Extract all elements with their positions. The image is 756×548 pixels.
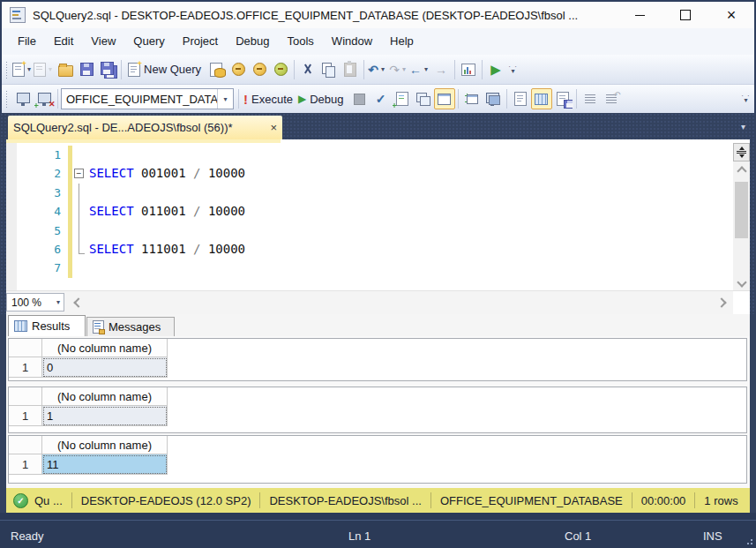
- scroll-down-icon[interactable]: [737, 277, 746, 287]
- code-line-3[interactable]: 3: [17, 184, 733, 202]
- column-header[interactable]: (No column name): [42, 436, 168, 454]
- separator: [294, 60, 295, 79]
- toolbar-overflow-button[interactable]: · · ▾: [739, 88, 752, 109]
- new-query-button[interactable]: New Query: [124, 59, 206, 80]
- cut-button[interactable]: [297, 59, 318, 80]
- toolbar-grip[interactable]: [5, 61, 8, 79]
- activity-monitor-button[interactable]: [458, 59, 479, 80]
- toolbar-grip[interactable]: [5, 90, 8, 108]
- scroll-right-icon[interactable]: [716, 297, 726, 307]
- row-header[interactable]: 1: [9, 454, 42, 475]
- row-header-corner[interactable]: [9, 436, 42, 454]
- save-all-button[interactable]: [97, 59, 118, 80]
- scrollbar-thumb[interactable]: [735, 182, 748, 238]
- menu-item-edit[interactable]: Edit: [45, 28, 82, 55]
- menu-item-view[interactable]: View: [82, 28, 124, 55]
- row-header[interactable]: 1: [9, 406, 42, 426]
- copy-button[interactable]: [318, 59, 340, 80]
- results-to-file-button[interactable]: [552, 88, 573, 109]
- mdx-query-button[interactable]: [228, 59, 249, 80]
- menu-item-window[interactable]: Window: [323, 28, 381, 55]
- code-line-6[interactable]: 6SELECT 111001 / 10000: [17, 240, 733, 259]
- save-button[interactable]: [76, 59, 97, 80]
- row-header-corner[interactable]: [9, 387, 42, 406]
- new-connection-button[interactable]: ▾: [12, 59, 34, 80]
- scroll-up-icon[interactable]: [737, 166, 746, 176]
- collapse-region-icon[interactable]: −: [74, 169, 84, 178]
- outlining-margin[interactable]: −: [72, 164, 86, 183]
- navigate-backward-button[interactable]: ← ▾: [409, 59, 430, 80]
- row-header[interactable]: 1: [9, 357, 42, 378]
- template-parameters-button[interactable]: [461, 88, 483, 109]
- zoom-control[interactable]: 100 % ▾: [6, 293, 64, 312]
- paste-button-disabled[interactable]: [340, 59, 361, 80]
- menu-item-project[interactable]: Project: [174, 28, 227, 55]
- minimize-button[interactable]: [617, 2, 662, 28]
- start-button[interactable]: ▶: [485, 59, 506, 80]
- tab-messages[interactable]: Messages: [86, 317, 175, 336]
- code-editor[interactable]: 12−SELECT 001001 / 1000034SELECT 011001 …: [6, 139, 750, 314]
- xmla-query-button[interactable]: [270, 59, 291, 80]
- menu-item-tools[interactable]: Tools: [279, 28, 323, 55]
- close-button[interactable]: ×: [708, 2, 754, 28]
- result-cell[interactable]: 1: [42, 406, 168, 426]
- column-header[interactable]: (No column name): [42, 339, 168, 357]
- resize-grip[interactable]: [745, 537, 753, 545]
- results-to-text-button[interactable]: [510, 88, 531, 109]
- code-text[interactable]: SELECT 111001 / 10000: [86, 240, 245, 259]
- code-text[interactable]: SELECT 011001 / 10000: [86, 202, 245, 221]
- menu-item-help[interactable]: Help: [381, 28, 423, 55]
- add-item-button-disabled[interactable]: ▾: [34, 59, 55, 80]
- result-cell[interactable]: 0: [42, 357, 168, 378]
- template-parameters-icon: [465, 93, 478, 105]
- code-text[interactable]: [86, 259, 89, 277]
- intellisense-toggle-button[interactable]: [434, 88, 455, 109]
- execute-button[interactable]: ! Execute: [243, 88, 298, 109]
- tab-results[interactable]: Results: [8, 315, 86, 336]
- status-column-number: Col 1: [565, 529, 591, 543]
- available-databases-combo[interactable]: OFFICE_EQUIPMENT_DATAE ▾: [61, 88, 234, 109]
- column-header[interactable]: (No column name): [42, 387, 168, 406]
- open-file-button[interactable]: [55, 59, 76, 80]
- parse-button[interactable]: ✓: [371, 88, 392, 109]
- code-text[interactable]: [86, 184, 89, 202]
- splitter-handle[interactable]: [733, 143, 750, 161]
- code-line-7[interactable]: 7: [17, 259, 733, 277]
- navigate-forward-button-disabled[interactable]: →: [430, 59, 452, 80]
- menu-item-file[interactable]: File: [9, 28, 45, 55]
- debug-button[interactable]: ▶ Debug: [298, 88, 349, 109]
- result-cell[interactable]: 11: [42, 454, 168, 475]
- query-options-button[interactable]: [413, 88, 434, 109]
- redo-button-disabled[interactable]: ↷ ▾: [388, 59, 409, 80]
- change-connection-button[interactable]: ✕: [34, 88, 55, 109]
- uncomment-lines-button[interactable]: ↶: [601, 88, 622, 109]
- code-text[interactable]: [86, 146, 89, 164]
- code-line-4[interactable]: 4SELECT 011001 / 10000: [17, 202, 733, 221]
- maximize-button[interactable]: [662, 2, 708, 28]
- menu-item-query[interactable]: Query: [124, 28, 173, 55]
- comment-lines-button[interactable]: [580, 88, 601, 109]
- toolbar-overflow-button[interactable]: · · ▾: [506, 59, 520, 80]
- vertical-scrollbar[interactable]: [733, 143, 750, 291]
- code-line-5[interactable]: 5: [17, 221, 733, 240]
- indicator-margin[interactable]: [6, 143, 17, 291]
- tab-close-icon[interactable]: ×: [270, 121, 277, 134]
- estimated-plan-button[interactable]: [392, 88, 413, 109]
- code-text[interactable]: [86, 221, 89, 240]
- scroll-left-icon[interactable]: [73, 297, 83, 307]
- active-files-dropdown-icon[interactable]: ▾: [741, 122, 745, 131]
- code-text[interactable]: SELECT 001001 / 10000: [86, 164, 245, 183]
- undo-button[interactable]: ↶ ▾: [367, 59, 388, 80]
- results-to-grid-button[interactable]: [531, 88, 552, 109]
- database-engine-query-button[interactable]: [206, 59, 228, 80]
- tab-sqlquery2[interactable]: SQLQuery2.sql - DE...ADEOJS\fbsol (56))*…: [8, 116, 282, 139]
- database-combo-dropdown[interactable]: ▾: [217, 89, 233, 109]
- row-header-corner[interactable]: [9, 339, 42, 357]
- stop-button-disabled[interactable]: [349, 88, 371, 109]
- code-line-2[interactable]: 2−SELECT 001001 / 10000: [17, 164, 733, 183]
- connect-button[interactable]: [12, 88, 34, 109]
- menu-item-debug[interactable]: Debug: [227, 28, 278, 55]
- code-line-1[interactable]: 1: [17, 146, 733, 164]
- dmx-query-button[interactable]: [249, 59, 270, 80]
- query-designer-button[interactable]: [483, 88, 504, 109]
